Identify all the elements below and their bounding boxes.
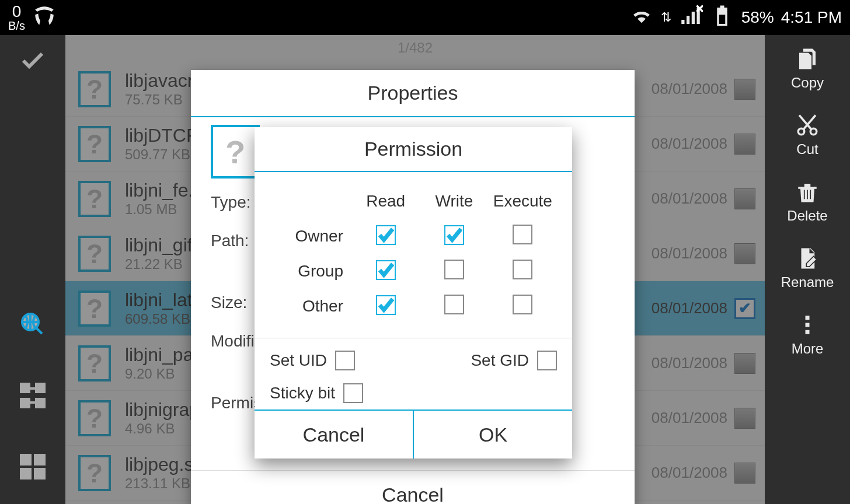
checkbox-sticky[interactable] bbox=[343, 383, 363, 403]
copy-button[interactable]: Copy bbox=[791, 47, 824, 91]
checkbox-other-read[interactable] bbox=[376, 295, 396, 315]
svg-rect-12 bbox=[806, 316, 810, 320]
checkbox-group-write[interactable] bbox=[444, 260, 464, 279]
properties-title: Properties bbox=[191, 70, 635, 117]
file-thumbnail: ? bbox=[211, 125, 260, 178]
properties-cancel-button[interactable]: Cancel bbox=[191, 470, 635, 504]
wifi-icon bbox=[629, 4, 654, 32]
cut-button[interactable]: Cut bbox=[795, 113, 820, 158]
file-list-pane: 1/482 ?libjavacr75.75 KB08/01/2008?libjD… bbox=[65, 35, 765, 504]
label-setuid: Set UID bbox=[270, 351, 327, 370]
cancel-button[interactable]: Cancel bbox=[255, 411, 414, 459]
battery-icon bbox=[710, 4, 734, 32]
col-execute: Execute bbox=[489, 192, 557, 211]
svg-rect-3 bbox=[36, 384, 44, 392]
checkbox-owner-read[interactable] bbox=[376, 225, 396, 245]
more-button[interactable]: More bbox=[792, 313, 824, 357]
svg-rect-0 bbox=[719, 15, 725, 24]
checkbox-owner-execute[interactable] bbox=[513, 225, 532, 244]
checkbox-group-read[interactable] bbox=[376, 260, 396, 280]
data-arrows-icon: ⇅ bbox=[661, 10, 671, 25]
svg-rect-14 bbox=[806, 330, 810, 334]
battery-percent: 58% bbox=[741, 8, 774, 27]
row-owner: Owner bbox=[270, 227, 351, 246]
network-speed: 0 B/s bbox=[8, 4, 25, 32]
checkbox-setuid[interactable] bbox=[335, 351, 355, 370]
label-sticky: Sticky bit bbox=[270, 384, 335, 402]
delete-button[interactable]: Delete bbox=[787, 180, 827, 224]
globe-search-icon[interactable] bbox=[19, 310, 47, 341]
permission-dialog: Permission Read Write Execute Owner Grou… bbox=[255, 127, 572, 459]
no-signal-icon bbox=[678, 4, 703, 32]
confirm-icon[interactable] bbox=[19, 47, 47, 77]
svg-rect-4 bbox=[21, 399, 29, 407]
select-all-icon[interactable] bbox=[19, 453, 47, 483]
svg-rect-2 bbox=[21, 384, 29, 392]
svg-rect-5 bbox=[36, 399, 44, 407]
clock: 4:51 PM bbox=[781, 8, 842, 27]
checkbox-other-write[interactable] bbox=[444, 295, 464, 314]
ok-button[interactable]: OK bbox=[414, 411, 572, 459]
checkbox-group-execute[interactable] bbox=[513, 260, 532, 279]
status-bar: 0 B/s ⇅ 58% 4:51 PM bbox=[0, 0, 850, 35]
wifi-call-icon bbox=[32, 4, 57, 32]
row-other: Other bbox=[270, 297, 351, 316]
col-read: Read bbox=[351, 192, 420, 211]
permission-title: Permission bbox=[255, 127, 572, 172]
col-write: Write bbox=[420, 192, 488, 211]
label-setgid: Set GID bbox=[471, 351, 529, 370]
rename-button[interactable]: Rename bbox=[781, 246, 834, 290]
svg-rect-13 bbox=[806, 323, 810, 327]
left-toolbar bbox=[0, 35, 65, 504]
multiselect-icon[interactable] bbox=[19, 382, 47, 412]
checkbox-owner-write[interactable] bbox=[444, 225, 464, 245]
right-toolbar: Copy Cut Delete Rename More bbox=[765, 35, 850, 504]
checkbox-other-execute[interactable] bbox=[513, 295, 532, 314]
checkbox-setgid[interactable] bbox=[537, 351, 557, 370]
row-group: Group bbox=[270, 262, 351, 281]
